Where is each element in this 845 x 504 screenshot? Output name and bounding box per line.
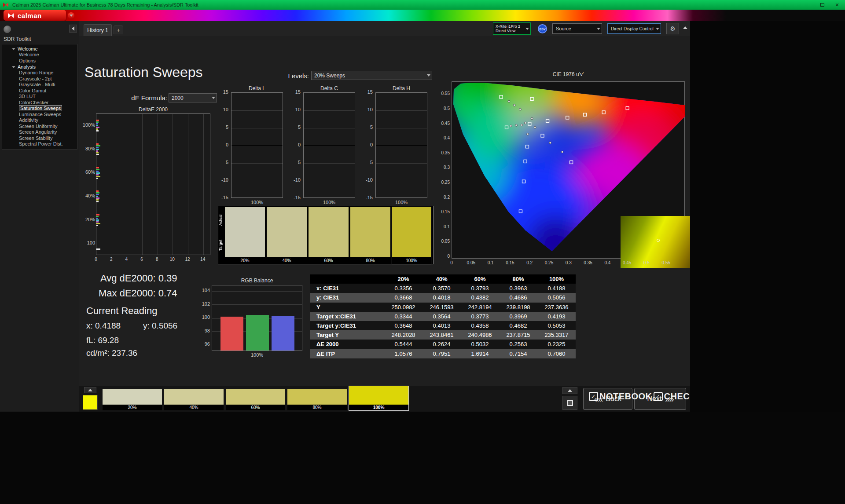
minimize-button[interactable]: ─ [803,1,812,8]
tick-label: 40% [82,193,95,198]
sidebar-item-colorchecker[interactable]: ColorChecker [2,100,77,106]
tick-label: -10 [358,177,373,183]
sidebar-item-screen-stability[interactable]: Screen Stability [2,135,77,142]
value-cell: 0.4013 [422,322,461,329]
sidebar-item-dynamic-range[interactable]: Dynamic Range [2,70,77,76]
value-cell: 0.7060 [537,351,576,357]
sidebar-item-luminance-sweeps[interactable]: Luminance Sweeps [2,112,77,118]
meter-dropdown[interactable]: X-Rite i1Pro 2 Direct View [493,22,531,35]
actual-swatch [309,207,349,232]
bottom-swatch-100[interactable]: 100% [349,386,408,410]
target-swatch [225,232,265,257]
add-tab-button[interactable]: + [114,26,123,34]
table-header-cell: 20% [384,276,422,282]
cie-plot-area [452,81,685,259]
next-label: Next [647,395,661,403]
source-label: Source [556,26,571,31]
levels-select[interactable]: 20% Sweeps [311,71,432,80]
sidebar-item-grayscale-2pt[interactable]: Grayscale - 2pt [2,76,77,82]
tick-label: 4 [122,257,131,262]
cie-title: CIE 1976 u'v' [452,71,685,77]
deltae-bar [96,214,99,215]
tree-group-analysis[interactable]: Analysis [2,64,77,70]
sidebar-collapse-button[interactable] [69,25,77,33]
butterfly-icon [7,12,15,19]
sidebar-options-button[interactable] [4,26,11,33]
settings-gear-button[interactable]: ⚙ [666,23,679,34]
sidebar-item-label: Screen Uniformity [19,124,57,129]
sidebar-item-color-gamut[interactable]: Color Gamut [2,88,77,94]
sidebar-item-screen-angularity[interactable]: Screen Angularity [2,129,77,135]
back-button[interactable]: «« Back [583,388,632,410]
target-swatch [309,232,349,257]
swatch-strip-expand-button[interactable] [84,387,96,393]
value-cell: 0.2325 [537,341,576,347]
tree-group-welcome[interactable]: Welcome [2,46,77,52]
panel-expand-button[interactable] [562,387,577,394]
value-cell: 0.5053 [537,322,576,329]
next-button[interactable]: Next »» [634,388,686,410]
swatch-color [349,386,408,405]
gridline [158,114,158,255]
avg-de2000: Avg dE2000: 0.39 [100,273,177,284]
topbar: History 1 + X-Rite i1Pro 2 Direct View 2… [79,21,690,36]
cie-inset-marker [657,239,660,242]
gridline [376,181,427,181]
deltae-bar [96,221,99,223]
display-control-dropdown[interactable]: Direct Display Control [607,23,661,34]
tab-history-1[interactable]: History 1 [84,24,112,36]
sidebar-item-3d-lut[interactable]: 3D LUT [2,94,77,100]
swatch-color [164,389,224,405]
tick-label: 0.4 [601,260,614,265]
maximize-button[interactable] [818,1,827,8]
value-cell: 0.4193 [537,313,576,320]
logo-menu-button[interactable] [68,12,74,19]
bottom-swatch-20[interactable]: 20% [103,389,162,410]
sidebar-item-label: Screen Stability [19,135,52,141]
tick-label: -10 [213,177,228,183]
expander-icon [12,48,15,50]
table-header-cell: 60% [461,276,499,282]
bottom-swatch-60[interactable]: 60% [226,389,285,410]
background-void [0,412,845,504]
tick-label: 10 [168,257,176,262]
value-cell: 0.5056 [537,294,576,301]
sidebar-item-saturation-sweeps[interactable]: Saturation Sweeps [2,106,77,112]
collapse-left-icon [72,26,74,31]
sidebar-item-options[interactable]: Options [2,58,77,64]
calman-logo[interactable]: calman [4,10,66,21]
tick-label: 0.4 [438,135,450,140]
bottom-swatch-40[interactable]: 40% [164,389,224,410]
bottom-swatch-80[interactable]: 80% [287,389,347,410]
tick-label: 60% [82,169,95,175]
close-button[interactable]: ✕ [833,1,841,8]
measurement-marker [531,117,533,120]
gridline [304,128,355,128]
gridline [376,163,427,164]
delta_c-x-label: 100% [303,200,355,205]
reading-fl: fL: 69.28 [86,336,119,345]
meter-mode: Direct View [496,29,520,33]
sidebar-item-welcome[interactable]: Welcome [2,52,77,58]
table-row: Y250.0982246.1593242.8194239.8198237.363… [310,303,576,312]
sidebar-item-screen-uniformity[interactable]: Screen Uniformity [2,124,77,130]
value-cell: 235.3317 [537,332,576,338]
de-formula-select[interactable]: 2000 [169,93,217,102]
deltae-bar [96,145,100,146]
swatch-level-label: 20% [225,257,265,264]
source-dropdown[interactable]: Source [552,23,602,34]
meter-reading-badge: 237 [538,24,547,33]
topbar-overflow-icon[interactable] [683,26,687,29]
sidebar-item-additivity[interactable]: Additivity [2,117,77,124]
sidebar-item-grayscale-multi[interactable]: Grayscale - Multi [2,82,77,88]
tick-label: 0.25 [543,260,556,265]
value-cell: 237.3636 [537,304,576,310]
window-mode-button[interactable] [562,396,577,410]
deltae-bar [96,196,98,197]
sidebar-item-spectral-power-dist[interactable]: Spectral Power Dist. [2,141,77,147]
measurement-marker [534,126,536,128]
gridline [212,291,302,292]
deltae-bar [96,218,98,219]
deltae-bar [96,190,99,192]
sidebar-item-label: Dynamic Range [19,70,53,75]
